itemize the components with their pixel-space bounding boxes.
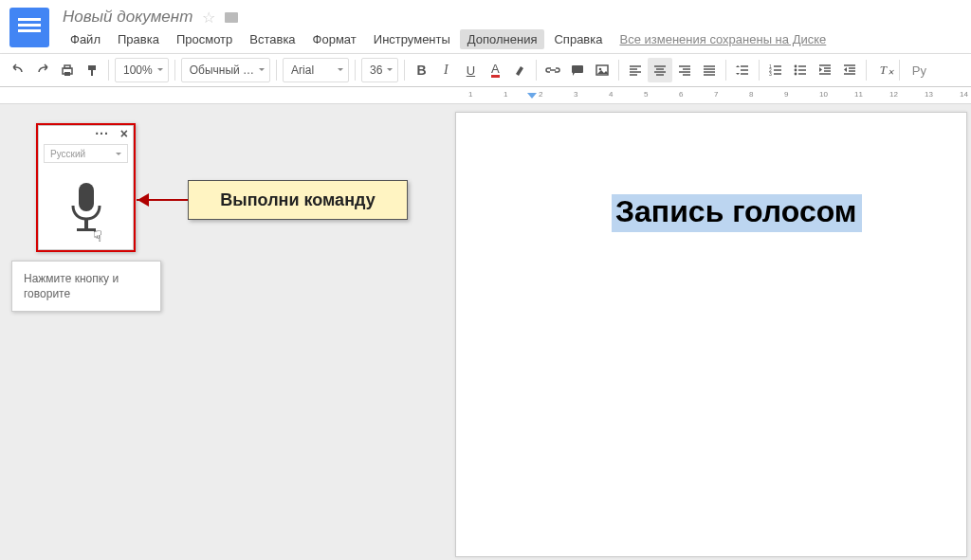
align-justify-button[interactable] bbox=[697, 58, 722, 82]
svg-rect-6 bbox=[596, 65, 608, 75]
ruler-tick: 10 bbox=[819, 90, 828, 99]
indent-marker-icon[interactable] bbox=[527, 93, 537, 102]
save-status[interactable]: Все изменения сохранены на Диске bbox=[619, 29, 826, 49]
svg-text:1: 1 bbox=[769, 63, 772, 69]
menu-insert[interactable]: Вставка bbox=[242, 29, 302, 49]
italic-button[interactable]: I bbox=[433, 58, 458, 82]
svg-text:3: 3 bbox=[769, 71, 772, 77]
ruler-tick: 5 bbox=[644, 90, 648, 99]
document-body-text[interactable]: Запись голосом bbox=[612, 194, 862, 232]
workspace: ··· × Русский ☟ Нажмите кнопку и говорит… bbox=[0, 104, 971, 560]
document-title[interactable]: Новый документ bbox=[63, 8, 192, 27]
annotation-callout: Выполни команду bbox=[188, 180, 408, 220]
menu-edit[interactable]: Правка bbox=[110, 29, 167, 49]
insert-link-button[interactable] bbox=[540, 58, 565, 82]
svg-rect-5 bbox=[572, 65, 583, 73]
menu-tools[interactable]: Инструменты bbox=[366, 29, 458, 49]
menu-format[interactable]: Формат bbox=[305, 29, 364, 49]
ruler-tick: 7 bbox=[714, 90, 718, 99]
menu-help[interactable]: Справка bbox=[546, 29, 610, 49]
undo-button[interactable] bbox=[6, 58, 30, 82]
ruler[interactable]: 11234567891011121314 bbox=[0, 87, 971, 104]
redo-button[interactable] bbox=[30, 58, 55, 82]
menu-addons[interactable]: Дополнения bbox=[460, 29, 545, 49]
voice-more-icon[interactable]: ··· bbox=[95, 126, 109, 141]
voice-language-dropdown[interactable]: Русский bbox=[44, 144, 128, 163]
insert-comment-button[interactable] bbox=[565, 58, 590, 82]
svg-point-7 bbox=[599, 68, 602, 71]
ruler-tick: 14 bbox=[960, 90, 968, 99]
highlight-color-button[interactable] bbox=[507, 58, 532, 82]
numbered-list-button[interactable]: 123 bbox=[763, 58, 788, 82]
svg-rect-3 bbox=[88, 65, 96, 70]
microphone-button[interactable]: ☟ bbox=[38, 167, 134, 250]
svg-rect-15 bbox=[84, 219, 88, 228]
font-family-dropdown[interactable]: Arial bbox=[283, 58, 349, 82]
svg-rect-14 bbox=[79, 183, 94, 211]
ruler-tick: 1 bbox=[504, 90, 507, 99]
folder-icon[interactable] bbox=[225, 12, 238, 23]
ruler-tick: 4 bbox=[609, 90, 613, 99]
print-button[interactable] bbox=[55, 58, 80, 82]
align-left-button[interactable] bbox=[623, 58, 648, 82]
increase-indent-button[interactable] bbox=[837, 58, 862, 82]
clear-formatting-button[interactable]: T✕ bbox=[870, 58, 895, 82]
ruler-tick: 9 bbox=[784, 90, 788, 99]
docs-logo-icon bbox=[9, 8, 49, 47]
app-header: Новый документ ☆ Файл Правка Просмотр Вс… bbox=[0, 0, 971, 54]
ruler-tick: 12 bbox=[889, 90, 898, 99]
editor-left-margin: ··· × Русский ☟ Нажмите кнопку и говорит… bbox=[0, 104, 455, 560]
menu-file[interactable]: Файл bbox=[63, 29, 108, 49]
svg-text:2: 2 bbox=[769, 67, 772, 73]
bulleted-list-button[interactable] bbox=[788, 58, 813, 82]
ruler-tick: 2 bbox=[539, 90, 542, 99]
text-color-button[interactable]: A bbox=[483, 58, 507, 82]
align-center-button[interactable] bbox=[648, 58, 672, 82]
star-icon[interactable]: ☆ bbox=[202, 9, 215, 27]
ruler-tick: 13 bbox=[925, 90, 933, 99]
line-spacing-button[interactable] bbox=[730, 58, 755, 82]
voice-tooltip: Нажмите кнопку и говорите bbox=[11, 261, 161, 312]
ruler-tick: 11 bbox=[854, 90, 863, 99]
bold-button[interactable]: B bbox=[409, 58, 433, 82]
paint-format-button[interactable] bbox=[80, 58, 104, 82]
ruler-tick: 1 bbox=[468, 90, 472, 99]
ruler-tick: 8 bbox=[749, 90, 753, 99]
close-icon[interactable]: × bbox=[120, 126, 128, 141]
toolbar: 100% Обычный … Arial 36 B I U A 123 T✕ Р… bbox=[0, 54, 971, 87]
zoom-dropdown[interactable]: 100% bbox=[115, 58, 169, 82]
cursor-hand-icon: ☟ bbox=[93, 227, 102, 245]
svg-rect-1 bbox=[64, 65, 70, 68]
paragraph-style-dropdown[interactable]: Обычный … bbox=[181, 58, 270, 82]
underline-button[interactable]: U bbox=[458, 58, 483, 82]
align-right-button[interactable] bbox=[672, 58, 697, 82]
ruler-tick: 6 bbox=[679, 90, 683, 99]
svg-point-11 bbox=[795, 65, 797, 68]
voice-typing-widget[interactable]: ··· × Русский ☟ bbox=[36, 123, 136, 252]
insert-image-button[interactable] bbox=[590, 58, 614, 82]
ruler-tick: 3 bbox=[574, 90, 577, 99]
svg-rect-4 bbox=[91, 70, 93, 76]
menu-view[interactable]: Просмотр bbox=[169, 29, 240, 49]
svg-rect-0 bbox=[63, 68, 72, 74]
annotation-arrowhead-icon bbox=[131, 193, 149, 207]
decrease-indent-button[interactable] bbox=[813, 58, 837, 82]
svg-point-13 bbox=[795, 73, 797, 76]
svg-rect-2 bbox=[64, 72, 70, 76]
document-page[interactable]: Запись голосом bbox=[455, 112, 967, 557]
input-tools-button[interactable]: Ру bbox=[904, 58, 934, 82]
svg-point-12 bbox=[795, 69, 797, 72]
font-size-dropdown[interactable]: 36 bbox=[361, 58, 398, 82]
main-menu: Файл Правка Просмотр Вставка Формат Инст… bbox=[63, 29, 826, 49]
